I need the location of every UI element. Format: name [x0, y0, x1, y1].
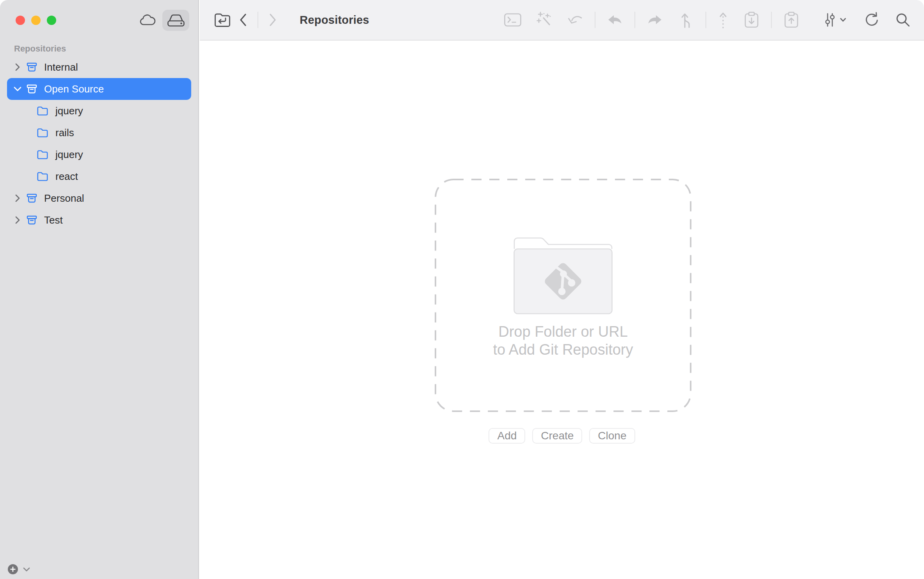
sidebar-item-internal[interactable]: Internal	[7, 56, 191, 78]
sidebar: Repositories Internal	[0, 0, 199, 579]
sidebar-item-react[interactable]: react	[7, 165, 191, 187]
chevron-right-icon[interactable]	[12, 63, 23, 71]
stash-clipboard-button[interactable]	[742, 8, 761, 32]
sidebar-titlebar	[0, 0, 198, 41]
zoom-button[interactable]	[47, 16, 56, 25]
clipboard-up-icon	[784, 11, 799, 28]
folder-icon	[37, 106, 48, 116]
add-button[interactable]: Add	[489, 428, 525, 444]
archive-box-icon	[26, 214, 38, 226]
chevron-right-icon[interactable]	[12, 216, 23, 224]
merge-branch-icon	[679, 12, 693, 28]
refresh-button[interactable]	[862, 8, 881, 32]
repositories-content: Drop Folder or URL to Add Git Repository…	[200, 41, 924, 579]
history-back-button[interactable]	[237, 8, 249, 32]
open-terminal-button[interactable]	[503, 8, 522, 32]
sidebar-item-label: Test	[44, 214, 63, 226]
terminal-icon	[504, 13, 522, 27]
sidebar-item-rails[interactable]: rails	[7, 122, 191, 144]
sidebar-item-label: jquery	[55, 105, 83, 117]
traffic-lights	[16, 16, 56, 25]
search-button[interactable]	[894, 8, 912, 32]
display-options-button[interactable]	[819, 8, 850, 32]
sidebar-item-test[interactable]: Test	[7, 209, 191, 231]
history-forward-button[interactable]	[267, 8, 279, 32]
merge-button[interactable]	[677, 8, 695, 32]
toolbar-navigation	[213, 8, 279, 32]
clipboard-down-icon	[744, 11, 759, 28]
cloud-icon	[139, 14, 156, 27]
push-button[interactable]	[716, 8, 730, 32]
toolbar-separator	[705, 12, 706, 28]
toolbar-separator	[595, 12, 595, 28]
git-folder-icon	[513, 237, 613, 315]
apply-stash-button[interactable]	[645, 8, 664, 32]
archive-box-icon	[26, 83, 38, 95]
main-area: Repositories	[200, 0, 924, 579]
add-repository-button[interactable]	[8, 564, 18, 574]
source-toggle	[134, 10, 189, 31]
toolbar-separator	[258, 12, 258, 28]
toolbar: Repositories	[200, 0, 924, 41]
sidebar-item-label: jquery	[55, 149, 83, 161]
forward-icon	[269, 13, 276, 27]
folder-icon	[37, 128, 48, 138]
repository-action-buttons: Add Create Clone	[200, 428, 924, 444]
sidebar-item-label: react	[55, 171, 78, 183]
chevron-down-icon	[840, 18, 846, 22]
stash-arrow-left-icon	[607, 14, 623, 26]
cloud-repos-button[interactable]	[134, 10, 161, 31]
stash-button[interactable]	[606, 8, 624, 32]
discard-button[interactable]	[566, 8, 585, 32]
chevron-right-icon[interactable]	[12, 194, 23, 202]
apply-arrow-right-icon	[647, 14, 663, 26]
undo-arrow-icon	[567, 13, 583, 27]
sidebar-item-jquery-2[interactable]: jquery	[7, 144, 191, 165]
search-icon	[895, 12, 911, 28]
add-plus-icon	[10, 567, 16, 572]
toolbar-actions	[503, 8, 912, 32]
back-icon	[240, 13, 247, 27]
sidebar-item-label: Personal	[44, 192, 84, 204]
toolbar-separator	[771, 12, 772, 28]
page-title: Repositories	[300, 14, 369, 27]
drop-zone-caption: Drop Folder or URL to Add Git Repository	[434, 323, 692, 359]
add-options-button[interactable]	[23, 567, 30, 572]
back-to-repositories-button[interactable]	[213, 8, 232, 32]
create-button[interactable]: Create	[532, 428, 582, 444]
folder-icon	[37, 149, 48, 160]
magic-wand-icon	[535, 11, 553, 28]
repository-tree: Internal Open Source	[0, 56, 198, 231]
chevron-down-icon[interactable]	[12, 86, 23, 92]
clone-button[interactable]: Clone	[589, 428, 635, 444]
toolbar-separator	[634, 12, 635, 28]
refresh-icon	[864, 12, 880, 28]
sidebar-item-jquery[interactable]: jquery	[7, 100, 191, 122]
archive-box-icon	[26, 192, 38, 204]
drop-zone-caption-line1: Drop Folder or URL	[434, 323, 692, 341]
close-button[interactable]	[16, 16, 25, 25]
sidebar-item-label: Internal	[44, 61, 78, 73]
branch-options-icon	[823, 12, 837, 27]
folder-icon	[37, 171, 48, 182]
archive-box-icon	[26, 61, 38, 73]
quick-actions-button[interactable]	[535, 8, 553, 32]
local-repos-button[interactable]	[162, 10, 189, 31]
sidebar-item-label: rails	[55, 127, 74, 139]
minimize-button[interactable]	[31, 16, 41, 25]
push-dashed-arrow-icon	[718, 11, 728, 28]
chevron-down-icon	[23, 567, 30, 572]
sidebar-item-personal[interactable]: Personal	[7, 187, 191, 209]
drop-zone[interactable]: Drop Folder or URL to Add Git Repository	[434, 178, 692, 412]
sidebar-footer	[8, 564, 30, 574]
pop-stash-clipboard-button[interactable]	[782, 8, 801, 32]
sidebar-section-header: Repositories	[14, 44, 198, 54]
sidebar-item-label: Open Source	[44, 83, 104, 95]
drop-zone-caption-line2: to Add Git Repository	[434, 341, 692, 359]
sidebar-item-open-source[interactable]: Open Source	[7, 78, 191, 100]
back-to-repositories-icon	[214, 13, 231, 27]
drive-icon	[167, 13, 185, 27]
app-window: Repositories Internal	[0, 0, 924, 579]
